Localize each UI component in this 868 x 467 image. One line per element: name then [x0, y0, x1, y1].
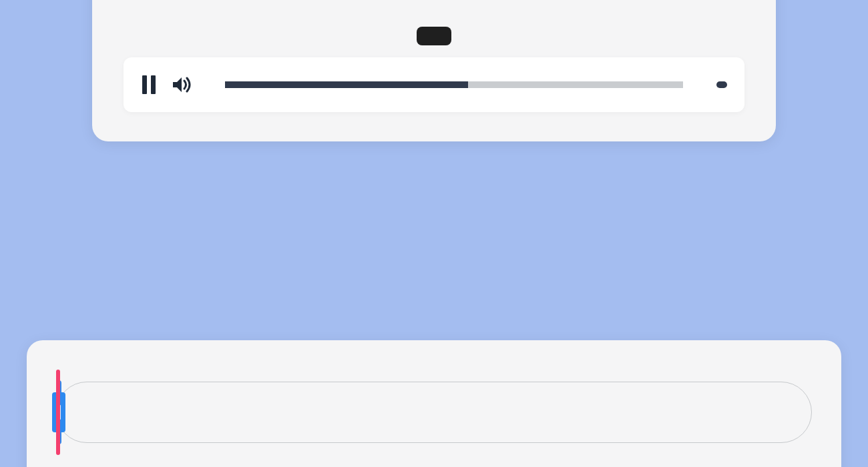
pause-icon	[141, 75, 157, 94]
waveform-track[interactable]	[56, 382, 812, 443]
audio-player-bar	[124, 57, 744, 112]
cc-toggle[interactable]	[716, 81, 727, 88]
volume-button[interactable]	[172, 75, 192, 94]
waveform-container	[56, 382, 812, 443]
progress-bar[interactable]	[225, 81, 683, 88]
caption-player-card	[92, 0, 776, 141]
svg-rect-1	[151, 75, 156, 94]
volume-icon	[172, 75, 192, 94]
waveform-editor-card	[27, 340, 841, 467]
svg-rect-0	[142, 75, 147, 94]
progress-fill	[225, 81, 468, 88]
pause-button[interactable]	[141, 75, 157, 94]
playhead[interactable]	[56, 370, 60, 455]
waveform-graphic	[57, 382, 811, 442]
caption-bubble	[417, 27, 451, 45]
